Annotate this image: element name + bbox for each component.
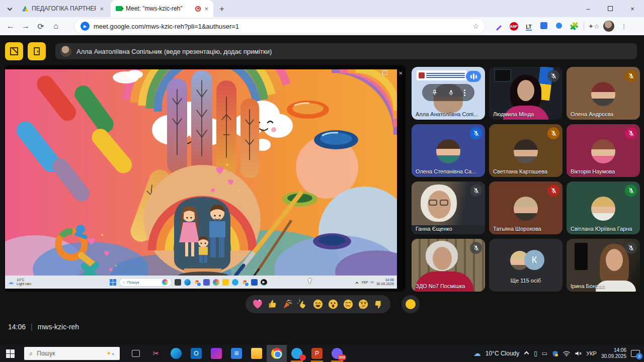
presented-search: ○ Пошук	[119, 278, 172, 287]
participant-tile-svetlana[interactable]: Светлана Карташева	[489, 124, 562, 177]
participant-tile-zdo[interactable]: ЗДО No7 Посмішка	[412, 239, 485, 292]
close-tab-icon[interactable]: ×	[204, 5, 208, 13]
participant-tile-svitlana-h[interactable]: Світлана Юріївна Гарна	[567, 182, 640, 234]
language-indicator[interactable]: УКР	[586, 350, 597, 356]
presented-weather: 10°C Light rain	[17, 278, 31, 286]
reaction-crying[interactable]	[342, 298, 354, 310]
person-face	[606, 249, 623, 271]
snipping-tool-button[interactable]: ✂	[146, 345, 166, 362]
tab-drive[interactable]: ПЕДАГОГІКА ПАРТНЕРСТВА в ×	[17, 0, 109, 17]
taskbar-time: 14:06	[614, 347, 626, 353]
copilot-icon	[211, 348, 222, 359]
presenter-banner-text: Алла Анатоліївна Сопільник (веде презент…	[76, 48, 272, 55]
participant-tile-liudmyla[interactable]: Людмила Мінда	[489, 67, 562, 120]
tile-hover-controls[interactable]	[422, 84, 474, 101]
reaction-surprised[interactable]	[327, 298, 339, 310]
tab-title: ПЕДАГОГІКА ПАРТНЕРСТВА в	[32, 5, 96, 12]
browser-menu-icon[interactable]: ⋮	[618, 23, 629, 30]
participant-name: Ганна Єщенко	[416, 226, 452, 232]
extensions-puzzle-icon[interactable]: 🧩	[569, 22, 580, 31]
outlook-button[interactable]: O	[186, 345, 206, 362]
mic-icon[interactable]	[447, 89, 455, 97]
extension-door-button[interactable]	[28, 42, 46, 60]
copilot-app-button[interactable]	[206, 345, 226, 362]
muted-mic-icon	[625, 185, 637, 197]
participant-tile-alla[interactable]: Алла Анатоліївна Сопі...	[412, 67, 485, 120]
task-view-button[interactable]	[126, 345, 146, 362]
bookmark-star-icon[interactable]: ☆	[472, 22, 479, 30]
stats-crossed-icon	[10, 47, 18, 55]
participant-name: Светлана Карташева	[493, 168, 547, 174]
notification-center-icon[interactable]: 3	[631, 350, 640, 357]
extension-adblock-icon[interactable]: ABP	[508, 22, 519, 31]
drive-icon	[22, 6, 28, 12]
restore-overlay-icon[interactable]	[382, 70, 387, 75]
extension-languagetool-icon[interactable]: LT	[523, 23, 534, 30]
meet-icon	[116, 6, 122, 11]
muted-mic-icon	[470, 185, 482, 197]
home-button[interactable]: ⌂	[48, 22, 63, 31]
telegram-button[interactable]	[287, 345, 307, 362]
reaction-joy[interactable]	[312, 298, 324, 310]
extension-pen-icon[interactable]	[493, 23, 504, 30]
participant-tile-iryna[interactable]: Ірина Бондар	[567, 239, 640, 292]
chrome-button-active[interactable]	[267, 345, 287, 362]
back-button[interactable]: ←	[3, 22, 18, 31]
divider: |	[31, 323, 33, 331]
reaction-thumbs-down[interactable]	[372, 298, 384, 310]
store-button[interactable]: ⊞	[226, 345, 247, 362]
tray-chevron-icon	[356, 282, 359, 285]
participant-tile-hanna[interactable]: Ганна Єщенко	[412, 182, 485, 234]
address-bar[interactable]: ▶ meet.google.com/mws-kzic-reh?pli=1&aut…	[74, 19, 485, 34]
window-close-button[interactable]: ×	[622, 0, 643, 17]
reaction-party-popper[interactable]	[282, 298, 294, 310]
viber-button[interactable]: 388	[327, 345, 347, 362]
extension-blue-dot-icon[interactable]	[553, 23, 565, 30]
notification-count-badge: 3	[636, 353, 642, 359]
file-explorer-button[interactable]	[247, 345, 267, 362]
reaction-sparkling-heart[interactable]	[252, 298, 264, 310]
powerpoint-button[interactable]: P	[307, 345, 327, 362]
reaction-thumbs-up[interactable]	[267, 298, 279, 310]
taskbar-search[interactable]: ⌕ Пошук ✦✦	[24, 347, 120, 360]
meet-favicon-icon: ▶	[80, 22, 90, 31]
muted-mic-icon	[547, 185, 559, 197]
presenter-avatar	[60, 46, 71, 57]
tab-title: Meet: "mws-kzic-reh"	[126, 5, 192, 12]
extension-attendance-button[interactable]	[5, 42, 23, 60]
bookmark-sparkle-icon[interactable]: ✦☆	[588, 23, 599, 30]
pin-icon[interactable]	[431, 89, 438, 96]
taskbar-clock[interactable]: 14:06 30.09.2025	[601, 347, 626, 360]
more-participants-tile[interactable]: К Ще 115 осіб	[489, 239, 562, 292]
windows-logo-icon	[6, 349, 15, 358]
participant-tile-viktoriia[interactable]: Вікторія Наумова	[567, 124, 640, 177]
participant-tile-olena-s[interactable]: Олена Степанівна Са...	[412, 124, 485, 177]
wall-frame	[494, 69, 511, 82]
tile-menu-icon[interactable]	[464, 92, 465, 94]
presentation-area[interactable]: ☁ 10°C Light rain ○ Пошук ▶ УКР	[4, 65, 406, 292]
presented-photos-icon	[213, 279, 219, 286]
tab-search-button[interactable]	[4, 4, 15, 15]
reload-button[interactable]: ⟳	[33, 22, 48, 31]
edge-button[interactable]	[166, 345, 186, 362]
copilot-sparkle-icon: ✦✦	[106, 350, 115, 357]
participant-tile-olena-a[interactable]: Олена Андрєєва	[567, 67, 640, 120]
start-button[interactable]	[0, 345, 20, 362]
participant-tile-tatiana[interactable]: Татьяна Шорохова	[489, 182, 562, 234]
reaction-thinking[interactable]	[357, 298, 369, 310]
presented-folder-icon	[222, 279, 229, 286]
presented-start-icon	[110, 279, 116, 286]
window-minimize-button[interactable]: –	[578, 0, 599, 17]
tab-meet[interactable]: Meet: "mws-kzic-reh" ×	[111, 0, 213, 17]
profile-avatar[interactable]	[603, 21, 614, 32]
close-tab-icon[interactable]: ×	[100, 5, 104, 13]
dot-icon	[556, 23, 562, 29]
new-tab-button[interactable]: +	[219, 4, 224, 14]
reaction-clapping-hands[interactable]	[297, 298, 309, 310]
forward-button[interactable]: →	[18, 22, 33, 31]
window-maximize-button[interactable]	[600, 0, 621, 17]
extension-blue-square-icon[interactable]	[538, 22, 549, 31]
skin-tone-selector[interactable]	[401, 295, 420, 313]
close-presentation-icon[interactable]: ×	[398, 69, 403, 77]
tray-expand-chevron[interactable]	[524, 351, 529, 356]
